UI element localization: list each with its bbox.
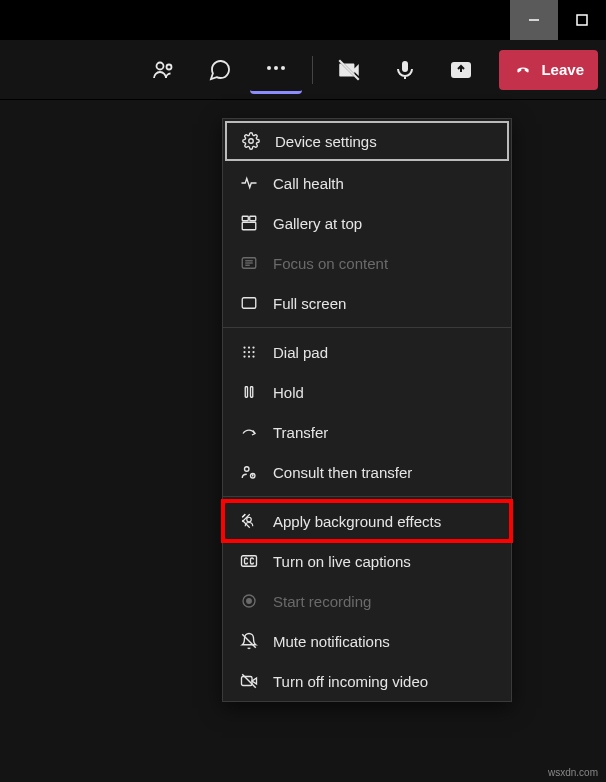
svg-line-36 <box>242 514 245 517</box>
menu-divider <box>223 496 511 497</box>
hold-icon <box>239 382 259 402</box>
menu-item-label: Mute notifications <box>273 633 390 650</box>
menu-item-label: Call health <box>273 175 344 192</box>
gear-icon <box>241 131 261 151</box>
menu-item-gallery-at-top[interactable]: Gallery at top <box>223 203 511 243</box>
focus-icon <box>239 253 259 273</box>
cc-icon <box>239 551 259 571</box>
menu-item-full-screen[interactable]: Full screen <box>223 283 511 323</box>
hangup-icon <box>513 60 533 80</box>
consult-icon <box>239 462 259 482</box>
gallery-icon <box>239 213 259 233</box>
svg-point-4 <box>267 66 271 70</box>
svg-point-23 <box>243 351 245 353</box>
menu-item-label: Gallery at top <box>273 215 362 232</box>
maximize-button[interactable] <box>558 0 606 40</box>
svg-rect-14 <box>242 222 256 230</box>
svg-point-21 <box>248 346 250 348</box>
svg-point-2 <box>157 62 164 69</box>
more-button[interactable] <box>250 46 302 94</box>
svg-rect-1 <box>577 15 587 25</box>
menu-item-label: Hold <box>273 384 304 401</box>
svg-rect-38 <box>242 556 257 567</box>
svg-point-6 <box>281 66 285 70</box>
menu-item-call-health[interactable]: Call health <box>223 163 511 203</box>
more-options-menu: Device settingsCall healthGallery at top… <box>222 118 512 702</box>
mic-button[interactable] <box>379 46 431 94</box>
svg-point-28 <box>252 355 254 357</box>
leave-label: Leave <box>541 61 584 78</box>
menu-item-label: Turn on live captions <box>273 553 411 570</box>
camera-button[interactable] <box>323 46 375 94</box>
svg-rect-19 <box>242 298 256 309</box>
menu-item-label: Start recording <box>273 593 371 610</box>
menu-item-transfer[interactable]: Transfer <box>223 412 511 452</box>
chat-button[interactable] <box>194 46 246 94</box>
leave-button[interactable]: Leave <box>499 50 598 90</box>
menu-item-start-recording: Start recording <box>223 581 511 621</box>
fullscreen-icon <box>239 293 259 313</box>
menu-item-label: Dial pad <box>273 344 328 361</box>
svg-point-24 <box>248 351 250 353</box>
svg-point-27 <box>248 355 250 357</box>
menu-item-label: Full screen <box>273 295 346 312</box>
people-button[interactable] <box>138 46 190 94</box>
menu-item-turn-off-incoming-video[interactable]: Turn off incoming video <box>223 661 511 701</box>
window-controls <box>0 0 606 40</box>
svg-rect-13 <box>250 216 256 221</box>
menu-item-label: Focus on content <box>273 255 388 272</box>
share-button[interactable] <box>435 46 487 94</box>
toolbar-divider <box>312 56 313 84</box>
minimize-icon <box>528 14 540 26</box>
svg-rect-30 <box>251 387 253 398</box>
menu-item-label: Turn off incoming video <box>273 673 428 690</box>
menu-item-label: Transfer <box>273 424 328 441</box>
background-icon <box>239 511 259 531</box>
svg-point-33 <box>247 517 252 522</box>
svg-rect-29 <box>245 387 247 398</box>
call-toolbar: Leave <box>0 40 606 100</box>
svg-point-25 <box>252 351 254 353</box>
pulse-icon <box>239 173 259 193</box>
mutebell-icon <box>239 631 259 651</box>
svg-marker-43 <box>252 678 257 684</box>
share-icon <box>449 58 473 82</box>
svg-point-26 <box>243 355 245 357</box>
videooff-icon <box>239 671 259 691</box>
menu-item-turn-on-live-captions[interactable]: Turn on live captions <box>223 541 511 581</box>
microphone-icon <box>393 58 417 82</box>
svg-point-3 <box>167 64 172 69</box>
svg-point-22 <box>252 346 254 348</box>
menu-item-mute-notifications[interactable]: Mute notifications <box>223 621 511 661</box>
svg-point-20 <box>243 346 245 348</box>
menu-item-focus-on-content: Focus on content <box>223 243 511 283</box>
svg-point-5 <box>274 66 278 70</box>
menu-item-label: Consult then transfer <box>273 464 412 481</box>
menu-item-label: Device settings <box>275 133 377 150</box>
chat-icon <box>208 58 232 82</box>
more-icon <box>264 56 288 80</box>
svg-rect-9 <box>402 61 408 72</box>
record-icon <box>239 591 259 611</box>
svg-point-11 <box>249 139 254 144</box>
menu-item-device-settings[interactable]: Device settings <box>225 121 509 161</box>
svg-rect-12 <box>242 216 248 221</box>
watermark: wsxdn.com <box>548 767 598 778</box>
menu-item-label: Apply background effects <box>273 513 441 530</box>
menu-item-dial-pad[interactable]: Dial pad <box>223 332 511 372</box>
transfer-icon <box>239 422 259 442</box>
menu-item-hold[interactable]: Hold <box>223 372 511 412</box>
maximize-icon <box>576 14 588 26</box>
menu-divider <box>223 327 511 328</box>
camera-off-icon <box>336 57 362 83</box>
dialpad-icon <box>239 342 259 362</box>
menu-item-apply-background-effects[interactable]: Apply background effects <box>223 501 511 541</box>
menu-item-consult-then-transfer[interactable]: Consult then transfer <box>223 452 511 492</box>
svg-point-31 <box>245 467 250 472</box>
minimize-button[interactable] <box>510 0 558 40</box>
svg-point-40 <box>247 599 252 604</box>
people-icon <box>152 58 176 82</box>
